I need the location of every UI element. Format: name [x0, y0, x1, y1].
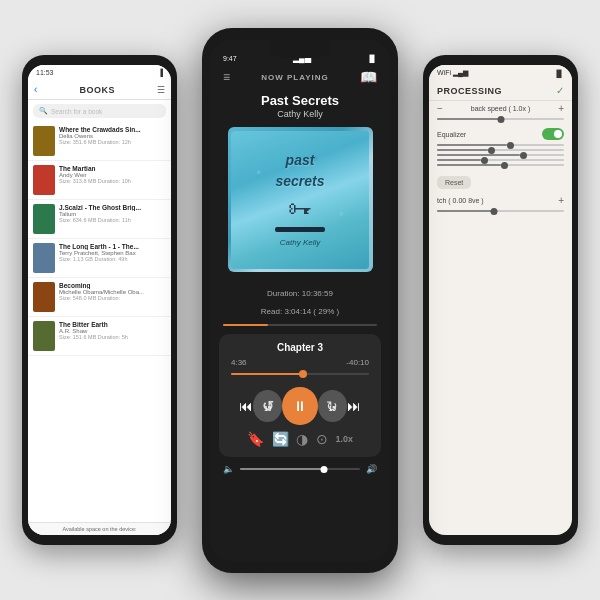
scene: 11:53 ▐ ‹ BOOKS ☰ 🔍 Search for a book Wh…: [0, 0, 600, 600]
volume-high-icon: 🔊: [366, 464, 377, 474]
eq-track-3: [437, 154, 564, 156]
pitch-label: tch ( 0.00 8ve ): [437, 197, 484, 204]
forward-15-button[interactable]: ↻ 15: [318, 390, 347, 422]
album-art-ribbon: [275, 227, 325, 232]
pitch-plus[interactable]: +: [558, 195, 564, 206]
left-phone-screen: 11:53 ▐ ‹ BOOKS ☰ 🔍 Search for a book Wh…: [28, 65, 171, 535]
playback-speed-label: back speed ( 1.0x ): [471, 105, 531, 112]
center-phone-screen: 9:47 ▂▄▆ ▐▌ ≡ NOW PLAYING 📖 Past Secrets…: [209, 40, 391, 561]
center-battery-icon: ▐▌: [367, 55, 377, 62]
chapter-title: Chapter 3: [231, 342, 369, 353]
airplay-button[interactable]: ⊙: [316, 431, 328, 447]
center-time: 9:47: [223, 55, 237, 62]
eq-track-1: [437, 144, 564, 146]
book-item-3[interactable]: J.Scalzi - The Ghost Brig... Talium Size…: [28, 200, 171, 239]
center-book-icon[interactable]: 📖: [360, 69, 377, 85]
book-info-2: The Martian Andy Weir Size: 313.8 MB Dur…: [59, 165, 166, 184]
volume-control[interactable]: 🔈 🔊: [209, 461, 391, 477]
album-art-title-line2: secrets: [275, 173, 325, 190]
speed-button[interactable]: 1.0x: [336, 434, 354, 444]
right-phone-screen: WiFi ▂▄▆ ▐▌ PROCESSING ✓ − back speed ( …: [429, 65, 572, 535]
speed-slider-fill: [437, 118, 501, 120]
brightness-button[interactable]: ◑: [296, 431, 308, 447]
main-progress-bar[interactable]: [209, 320, 391, 330]
eq-track-4: [437, 159, 564, 161]
right-check-icon[interactable]: ✓: [556, 85, 564, 96]
book-item-4[interactable]: The Long Earth - 1 - The... Terry Pratch…: [28, 239, 171, 278]
right-phone: WiFi ▂▄▆ ▐▌ PROCESSING ✓ − back speed ( …: [423, 55, 578, 545]
left-header-title: BOOKS: [37, 85, 157, 95]
book-title-3: J.Scalzi - The Ghost Brig...: [59, 204, 166, 211]
center-header: ≡ NOW PLAYING 📖: [209, 67, 391, 87]
eq-slider-3[interactable]: [437, 154, 564, 156]
skip-back-button[interactable]: ⏮: [239, 398, 253, 414]
right-header: PROCESSING ✓: [429, 81, 572, 101]
book-meta-1: Size: 351.6 MB Duration: 12h: [59, 139, 166, 145]
eq-slider-1[interactable]: [437, 144, 564, 146]
eq-slider-4[interactable]: [437, 159, 564, 161]
pitch-slider-fill: [437, 210, 494, 212]
eq-thumb-2: [488, 147, 495, 154]
volume-bar-fill: [240, 468, 324, 470]
rewind-15-button[interactable]: ↺ 15: [253, 390, 282, 422]
eq-thumb-1: [507, 142, 514, 149]
book-title-4: The Long Earth - 1 - The...: [59, 243, 166, 250]
left-footer: Available space on the device:: [28, 522, 171, 535]
skip-forward-button[interactable]: ⏭: [347, 398, 361, 414]
right-header-title: PROCESSING: [437, 86, 556, 96]
eq-slider-2[interactable]: [437, 149, 564, 151]
book-item-6[interactable]: The Bitter Earth A.R. Shaw Size: 151.6 M…: [28, 317, 171, 356]
book-item-1[interactable]: Where the Crawdads Sin... Delia Owens Si…: [28, 122, 171, 161]
speed-slider-track: [437, 118, 564, 120]
left-time: 11:53: [36, 69, 54, 76]
progress-bar-fill: [223, 324, 268, 326]
book-item-5[interactable]: Becoming Michelle Obama/Michelle Oba... …: [28, 278, 171, 317]
phone-notch: [270, 40, 330, 58]
center-menu-btn[interactable]: ≡: [223, 70, 230, 84]
pitch-slider-thumb: [491, 208, 498, 215]
now-playing-label: NOW PLAYING: [230, 73, 360, 82]
album-art-author-text: Cathy Kelly: [275, 238, 325, 247]
book-info-1: Where the Crawdads Sin... Delia Owens Si…: [59, 126, 166, 145]
reset-button[interactable]: Reset: [437, 176, 471, 189]
chapter-remaining: -40:10: [346, 358, 369, 367]
album-art: past secrets 🗝 Cathy Kelly: [228, 127, 373, 272]
left-phone: 11:53 ▐ ‹ BOOKS ☰ 🔍 Search for a book Wh…: [22, 55, 177, 545]
repeat-button[interactable]: 🔄: [272, 431, 289, 447]
equalizer-label: Equalizer: [437, 131, 466, 138]
book-thumb-6: [33, 321, 55, 351]
eq-fill-3: [437, 154, 520, 156]
search-placeholder: Search for a book: [51, 108, 102, 115]
playback-speed-plus[interactable]: +: [558, 103, 564, 114]
pitch-row: tch ( 0.00 8ve ) +: [429, 193, 572, 208]
book-info-3: J.Scalzi - The Ghost Brig... Talium Size…: [59, 204, 166, 223]
eq-thumb-4: [481, 157, 488, 164]
book-meta-2: Size: 313.8 MB Duration: 10h: [59, 178, 166, 184]
center-book-author: Cathy Kelly: [209, 109, 391, 127]
speed-slider-container[interactable]: [429, 116, 572, 122]
book-thumb-4: [33, 243, 55, 273]
volume-bar-bg[interactable]: [240, 468, 360, 470]
pitch-slider-container[interactable]: [429, 208, 572, 214]
bookmark-button[interactable]: 🔖: [247, 431, 264, 447]
left-search-bar[interactable]: 🔍 Search for a book: [33, 104, 166, 118]
pitch-slider-track: [437, 210, 564, 212]
duration-label: Duration: 10:36:59: [267, 289, 333, 298]
search-icon: 🔍: [39, 107, 48, 115]
right-battery-icon: ▐▌: [554, 70, 564, 77]
eq-thumb-5: [501, 162, 508, 169]
center-book-title: Past Secrets: [209, 87, 391, 109]
chapter-progress-bar[interactable]: [231, 373, 369, 375]
pause-button[interactable]: ⏸: [282, 387, 317, 425]
duration-section: Duration: 10:36:59 Read: 3:04:14 ( 29% ): [209, 280, 391, 320]
eq-fill-1: [437, 144, 507, 146]
chapter-progress-fill: [231, 373, 303, 375]
book-title-6: The Bitter Earth: [59, 321, 166, 328]
eq-slider-5[interactable]: [437, 164, 564, 166]
book-item-2[interactable]: The Martian Andy Weir Size: 313.8 MB Dur…: [28, 161, 171, 200]
left-menu-icon[interactable]: ☰: [157, 85, 165, 95]
playback-speed-minus[interactable]: −: [437, 103, 443, 114]
center-phone: 9:47 ▂▄▆ ▐▌ ≡ NOW PLAYING 📖 Past Secrets…: [202, 28, 398, 573]
equalizer-toggle[interactable]: [542, 128, 564, 140]
book-info-6: The Bitter Earth A.R. Shaw Size: 151.6 M…: [59, 321, 166, 340]
